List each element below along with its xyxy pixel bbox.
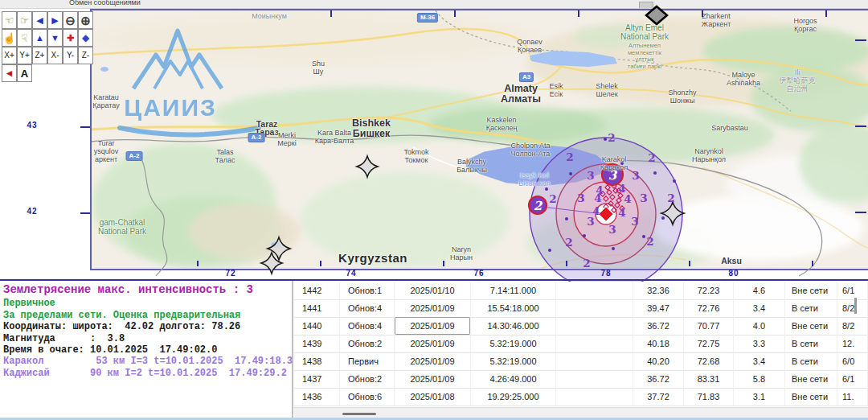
table-cell[interactable]: 2025/01/09 <box>395 299 471 317</box>
table-cell[interactable]: 14.30:46.000 <box>471 317 556 335</box>
table-row-1439[interactable]: 1439Обнов:22025/01/095.32:19.00040.1872.… <box>294 335 868 353</box>
table-cell[interactable]: 83.31 <box>684 370 734 388</box>
hand-down-button[interactable]: ☟ <box>17 29 32 47</box>
zoom-in-button[interactable]: ⊕ <box>78 11 93 29</box>
map-viewport[interactable]: ЦАИИЗ 32 МоиынкумQonaevҚонаевShuШуAlmaty… <box>90 9 868 270</box>
table-cell[interactable]: Вне сети <box>785 388 837 406</box>
table-cell[interactable]: 2025/01/08 <box>395 388 471 406</box>
table-cell[interactable] <box>556 282 633 299</box>
menu-bar[interactable]: Обмен сообщениями <box>0 0 868 9</box>
z-minus-button[interactable]: Z- <box>78 47 93 64</box>
table-cell[interactable]: 8/2 <box>837 299 868 317</box>
table-cell[interactable]: Обнов:4 <box>340 317 395 335</box>
table-cell[interactable]: 8/2 <box>837 317 868 335</box>
table-cell[interactable]: 4.26:49.000 <box>471 370 556 388</box>
table-row-1442[interactable]: 1442Обнов:12025/01/107.14:11.00032.3672.… <box>294 282 868 300</box>
y-minus-button[interactable]: Y- <box>63 47 78 64</box>
table-cell[interactable]: 40.18 <box>633 335 684 352</box>
table-cell[interactable]: 12. <box>837 335 868 352</box>
table-cell[interactable]: 1442 <box>294 282 340 299</box>
x-plus-button[interactable]: X+ <box>2 47 17 64</box>
table-cell[interactable]: 6/0 <box>837 352 868 370</box>
arrow-down-button[interactable]: ▼ <box>47 29 63 47</box>
table-cell[interactable]: Вне сети <box>785 317 837 335</box>
table-cell[interactable]: Обнов:1 <box>340 282 395 299</box>
table-row-1440[interactable]: 1440Обнов:42025/01/0914.30:46.00036.7270… <box>294 317 868 336</box>
table-cell[interactable]: 72.23 <box>684 282 734 299</box>
back-button[interactable]: ◄ <box>2 64 17 82</box>
table-cell[interactable]: В сети <box>785 299 837 317</box>
table-cell[interactable]: 36.72 <box>633 370 684 388</box>
table-cell[interactable]: 7.14:11.000 <box>471 282 556 299</box>
window-control[interactable] <box>639 2 653 9</box>
table-cell[interactable]: Вне сети <box>785 282 837 299</box>
panel-splitter[interactable] <box>292 281 293 420</box>
table-cell[interactable]: 36.72 <box>633 317 684 335</box>
table-row-1436[interactable]: 1436Обнов:62025/01/0819.29:25.00037.7271… <box>294 388 868 406</box>
table-cell[interactable] <box>556 299 633 317</box>
table-cell[interactable]: 3.1 <box>734 388 785 406</box>
table-cell[interactable]: Первич <box>340 352 395 370</box>
table-cell[interactable]: 2025/01/09 <box>395 352 471 370</box>
table-cell[interactable]: В сети <box>785 335 837 352</box>
pan-right-button[interactable]: ☞ <box>17 11 32 29</box>
table-cell[interactable] <box>556 317 633 335</box>
table-cell[interactable]: 2025/01/09 <box>395 335 471 352</box>
zoom-out-button[interactable]: ⊖ <box>63 11 78 29</box>
table-cell[interactable] <box>556 388 633 406</box>
table-cell[interactable]: 72.75 <box>684 335 734 352</box>
table-cell[interactable]: 5.32:19.000 <box>471 335 556 352</box>
z-plus-button[interactable]: Z+ <box>32 47 47 64</box>
table-cell[interactable]: 6/1 <box>837 282 868 299</box>
table-cell[interactable]: 3.4 <box>734 352 785 370</box>
arrow-left-button[interactable]: ◀ <box>32 11 47 29</box>
table-cell[interactable] <box>556 352 633 370</box>
table-cell[interactable]: 1440 <box>294 317 340 335</box>
table-row-1437[interactable]: 1437Обнов:22025/01/094.26:49.00036.7283.… <box>294 370 868 389</box>
ambulance-button[interactable]: ✚ <box>63 29 78 47</box>
table-vertical-scrollbar[interactable] <box>854 298 857 314</box>
a-button-button[interactable]: A <box>17 64 32 82</box>
table-row-1441[interactable]: 1441Обнов:42025/01/0915.54:18.00039.4772… <box>294 299 868 318</box>
table-cell[interactable]: 1439 <box>294 335 340 352</box>
table-cell[interactable]: 4.6 <box>734 282 785 299</box>
table-cell[interactable]: 3.3 <box>734 335 785 352</box>
table-cell[interactable] <box>556 335 633 352</box>
table-cell[interactable]: 4.0 <box>734 317 785 335</box>
table-cell[interactable]: Обнов:2 <box>340 370 395 388</box>
menu-item-messages[interactable]: Обмен сообщениями <box>69 0 141 6</box>
table-cell[interactable]: 5.32:19.000 <box>471 352 556 370</box>
table-cell[interactable]: 37.72 <box>633 388 684 406</box>
table-cell[interactable]: 71.83 <box>684 388 734 406</box>
y-plus-button[interactable]: Y+ <box>17 47 32 64</box>
table-cell[interactable]: 39.47 <box>633 299 684 317</box>
table-cell[interactable]: 2025/01/09 <box>395 317 471 335</box>
table-cell[interactable]: 5.8 <box>734 370 785 388</box>
table-cell[interactable] <box>556 370 633 388</box>
table-cell[interactable]: 72.76 <box>684 299 734 317</box>
table-cell[interactable]: Вне сети <box>785 370 837 388</box>
table-row-1438[interactable]: 1438Первич2025/01/095.32:19.00040.2072.6… <box>294 352 868 371</box>
table-cell[interactable]: 2025/01/10 <box>395 282 471 299</box>
table-cell[interactable]: 1436 <box>294 388 340 406</box>
table-cell[interactable]: 3.4 <box>734 299 785 317</box>
table-cell[interactable]: В сети <box>785 352 837 370</box>
eraser-button[interactable]: ◆ <box>78 29 93 47</box>
table-cell[interactable]: 72.68 <box>684 352 734 370</box>
table-cell[interactable]: 1437 <box>294 370 340 388</box>
x-minus-button[interactable]: X- <box>47 47 63 64</box>
table-cell[interactable]: Обнов:4 <box>340 299 395 317</box>
table-cell[interactable]: 6/1 <box>837 370 868 388</box>
table-cell[interactable]: Обнов:2 <box>340 335 395 352</box>
pan-left-button[interactable]: ☜ <box>2 11 17 29</box>
table-cell[interactable]: 40.20 <box>633 352 684 370</box>
table-cell[interactable]: 32.36 <box>633 282 684 299</box>
arrow-up-button[interactable]: ▲ <box>32 29 47 47</box>
table-cell[interactable]: Обнов:6 <box>340 388 395 406</box>
events-table[interactable]: 1442Обнов:12025/01/107.14:11.00032.3672.… <box>294 282 868 407</box>
hand-up-button[interactable]: ☝ <box>2 29 17 47</box>
table-cell[interactable]: 19.29:25.000 <box>471 388 556 406</box>
scrollbar-thumb[interactable] <box>342 413 376 415</box>
table-cell[interactable]: 11. <box>837 388 868 406</box>
table-cell[interactable]: 1441 <box>294 299 340 317</box>
